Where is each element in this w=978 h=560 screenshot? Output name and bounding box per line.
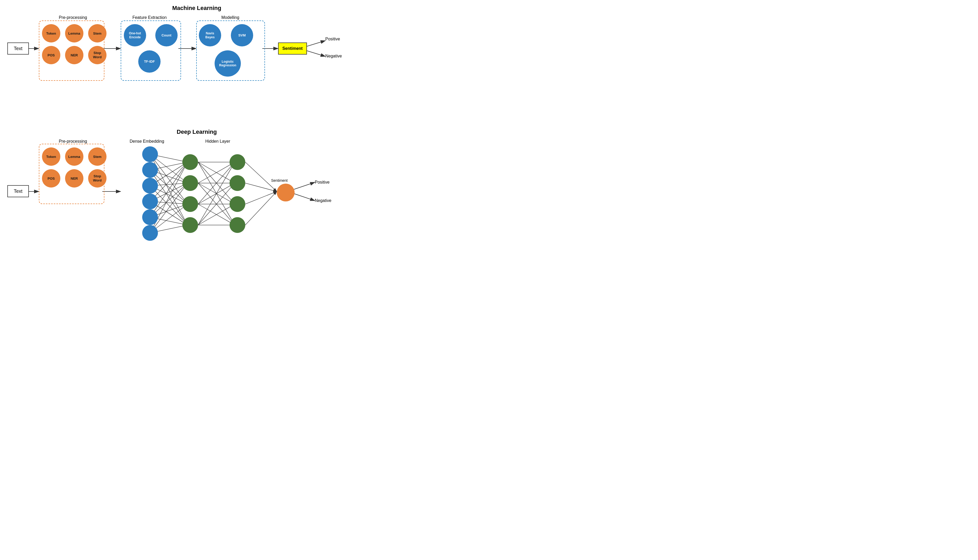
- dl-hidden2-node-1: [230, 154, 245, 170]
- dl-stopword-circle: StopWord: [88, 169, 107, 188]
- dl-token-circle: Token: [42, 147, 60, 166]
- svg-line-53: [245, 192, 277, 225]
- ml-negative-label: Negative: [325, 54, 342, 58]
- dl-negative-label: Negative: [315, 198, 332, 203]
- dl-sentiment-node: [277, 183, 295, 202]
- svg-line-37: [198, 162, 235, 225]
- dl-hidden-label: Hidden Layer: [178, 139, 257, 144]
- svg-line-35: [198, 162, 235, 183]
- svg-line-40: [198, 183, 235, 204]
- dl-hidden1-node-2: [182, 175, 198, 191]
- svg-line-54: [294, 182, 315, 189]
- svg-line-48: [198, 204, 235, 225]
- ml-sentiment-box: Sentiment: [278, 42, 307, 55]
- dl-text-box: Text: [7, 185, 29, 197]
- svg-line-42: [198, 162, 235, 204]
- ml-preprocessing-label: Pre-processing: [39, 15, 107, 20]
- svg-line-55: [294, 193, 315, 201]
- svg-line-38: [198, 162, 235, 183]
- dl-positive-label: Positive: [315, 180, 330, 185]
- ml-text-box: Text: [7, 42, 29, 55]
- ml-title: Machine Learning: [144, 5, 249, 12]
- ml-onehot-circle: One-hotEncode: [124, 24, 146, 47]
- svg-line-7: [306, 50, 325, 57]
- svg-line-47: [198, 183, 235, 225]
- dl-hidden2-node-2: [230, 175, 245, 191]
- dl-dense-node-2: [142, 162, 158, 178]
- dl-hidden2-node-4: [230, 217, 245, 233]
- svg-line-6: [306, 41, 325, 47]
- dl-hidden1-node-3: [182, 196, 198, 212]
- ml-ner-circle: NER: [65, 46, 83, 64]
- dl-dense-label: Dense Embedding: [121, 139, 173, 144]
- ml-svm-circle: SVM: [231, 24, 253, 47]
- ml-feature-label: Feature Extraction: [121, 15, 178, 20]
- svg-line-51: [245, 183, 277, 192]
- svg-line-52: [245, 192, 277, 204]
- dl-hidden1-node-1: [182, 154, 198, 170]
- dl-hidden1-node-4: [182, 217, 198, 233]
- ml-positive-label: Positive: [325, 37, 340, 42]
- ml-naivebayes-circle: NavisBayes: [199, 24, 221, 47]
- dl-dense-node-5: [142, 209, 158, 225]
- svg-line-36: [198, 162, 235, 204]
- svg-line-41: [198, 183, 235, 225]
- dl-dense-node-4: [142, 193, 158, 209]
- dl-ner-circle: NER: [65, 169, 83, 188]
- dl-pos-circle: POS: [42, 169, 60, 188]
- dl-hidden2-node-3: [230, 196, 245, 212]
- ml-logistic-circle: LogisticRegression: [215, 50, 241, 77]
- svg-line-46: [198, 162, 235, 225]
- dl-sentiment-sublabel: Sentiment: [262, 178, 297, 183]
- dl-preprocessing-label: Pre-processing: [39, 139, 107, 144]
- ml-lemma-circle: Lemma: [65, 24, 83, 42]
- dl-lemma-circle: Lemma: [65, 147, 83, 166]
- ml-stopword-circle: StopWord: [88, 46, 107, 64]
- svg-line-43: [198, 183, 235, 204]
- dl-dense-node-1: [142, 147, 158, 162]
- svg-line-50: [245, 162, 277, 192]
- ml-text-label: Text: [13, 46, 22, 52]
- dl-stem-circle: Stem: [88, 147, 107, 166]
- ml-modelling-label: Modelling: [196, 15, 265, 20]
- ml-stem-circle: Stem: [88, 24, 107, 42]
- dl-title: Deep Learning: [144, 128, 249, 135]
- svg-line-45: [198, 204, 235, 225]
- dl-dense-node-6: [142, 225, 158, 241]
- ml-sentiment-label: Sentiment: [282, 46, 303, 51]
- diagram-container: Machine Learning Pre-processing Feature …: [0, 0, 489, 280]
- ml-pos-circle: POS: [42, 46, 60, 64]
- ml-token-circle: Token: [42, 24, 60, 42]
- dl-text-label: Text: [13, 188, 22, 194]
- dl-dense-node-3: [142, 178, 158, 193]
- ml-tfidf-circle: TF-IDF: [138, 50, 160, 73]
- ml-count-circle: Count: [155, 24, 178, 47]
